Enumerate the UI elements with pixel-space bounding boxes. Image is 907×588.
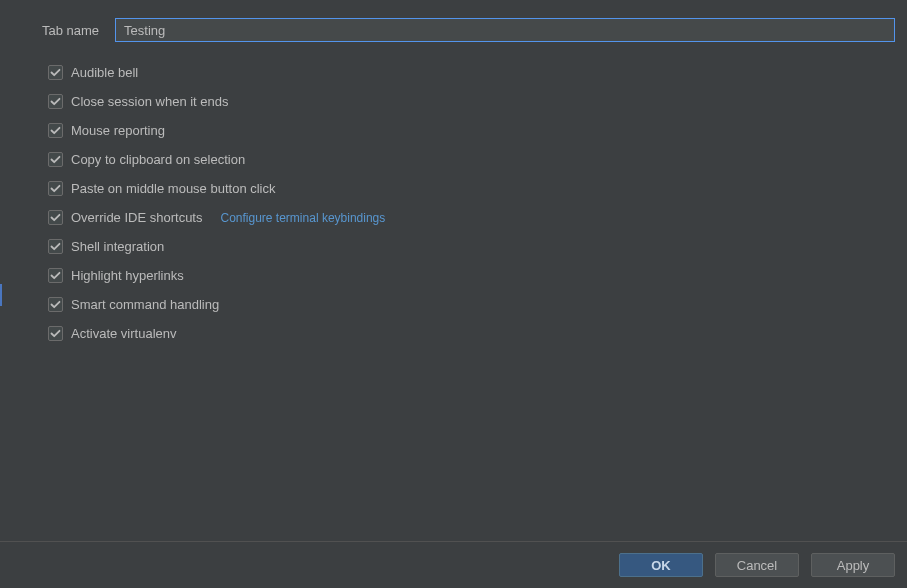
option-label: Close session when it ends <box>71 94 229 109</box>
checkbox[interactable] <box>48 181 63 196</box>
apply-button[interactable]: Apply <box>811 553 895 577</box>
option-row: Paste on middle mouse button click <box>48 180 897 197</box>
option-row: Override IDE shortcutsConfigure terminal… <box>48 209 897 226</box>
option-label: Activate virtualenv <box>71 326 177 341</box>
option-row: Copy to clipboard on selection <box>48 151 897 168</box>
option-label: Copy to clipboard on selection <box>71 152 245 167</box>
settings-panel: Tab name Audible bellClose session when … <box>0 0 907 540</box>
dialog-button-bar: OK Cancel Apply <box>0 541 907 588</box>
option-label: Paste on middle mouse button click <box>71 181 276 196</box>
checkbox[interactable] <box>48 94 63 109</box>
options-list: Audible bellClose session when it endsMo… <box>48 64 897 342</box>
option-row: Close session when it ends <box>48 93 897 110</box>
checkbox[interactable] <box>48 152 63 167</box>
option-row: Shell integration <box>48 238 897 255</box>
option-row: Smart command handling <box>48 296 897 313</box>
cancel-button[interactable]: Cancel <box>715 553 799 577</box>
option-label: Highlight hyperlinks <box>71 268 184 283</box>
option-label: Override IDE shortcuts <box>71 210 203 225</box>
checkbox[interactable] <box>48 210 63 225</box>
option-row: Activate virtualenv <box>48 325 897 342</box>
checkbox[interactable] <box>48 123 63 138</box>
tab-name-input[interactable] <box>115 18 895 42</box>
tab-name-row: Tab name <box>42 18 897 42</box>
option-label: Shell integration <box>71 239 164 254</box>
configure-keybindings-link[interactable]: Configure terminal keybindings <box>221 211 386 225</box>
checkbox[interactable] <box>48 65 63 80</box>
option-label: Smart command handling <box>71 297 219 312</box>
checkbox[interactable] <box>48 297 63 312</box>
ok-button[interactable]: OK <box>619 553 703 577</box>
checkbox[interactable] <box>48 326 63 341</box>
tab-name-label: Tab name <box>42 23 115 38</box>
option-row: Mouse reporting <box>48 122 897 139</box>
checkbox[interactable] <box>48 239 63 254</box>
option-row: Audible bell <box>48 64 897 81</box>
option-label: Mouse reporting <box>71 123 165 138</box>
option-row: Highlight hyperlinks <box>48 267 897 284</box>
option-label: Audible bell <box>71 65 138 80</box>
checkbox[interactable] <box>48 268 63 283</box>
selection-accent <box>0 284 2 306</box>
